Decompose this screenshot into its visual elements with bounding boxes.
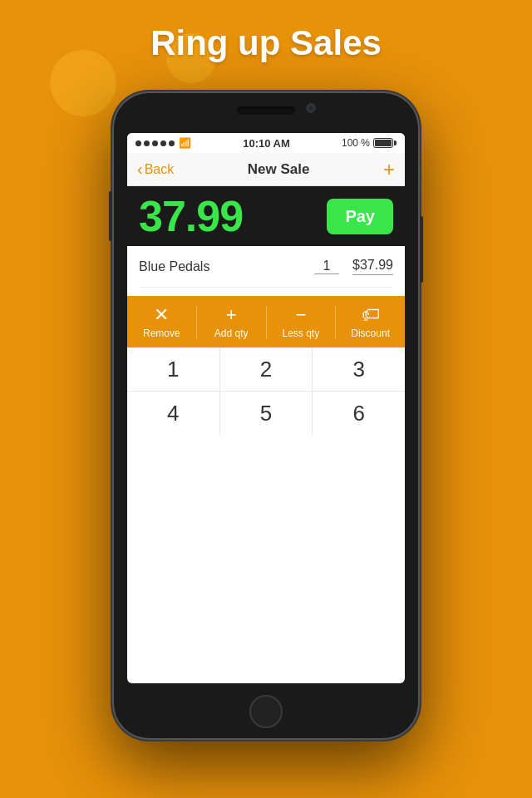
phone-screen: 📶 10:10 AM 100 % ‹ Back New Sale + [127,133,405,683]
signal-dot-5 [169,140,175,146]
action-row: ✕ Remove + Add qty − Less qty 🏷 Discount [127,296,405,347]
battery-area: 100 % [342,137,397,149]
add-qty-label: Add qty [214,328,249,339]
line-item: Blue Pedals 1 $37.99 [139,246,393,288]
remove-label: Remove [143,328,180,339]
signal-dot-1 [135,140,141,146]
signal-dot-4 [160,140,166,146]
discount-label: Discount [351,328,390,339]
key-1[interactable]: 1 [127,347,219,391]
nav-bar: ‹ Back New Sale + [127,153,405,186]
nav-title: New Sale [248,161,310,178]
key-4[interactable]: 4 [127,392,219,435]
numpad: 1 2 3 4 5 6 [127,347,405,435]
add-button[interactable]: + [383,160,395,180]
amount-bar: 37.99 Pay [127,186,405,246]
status-bar: 📶 10:10 AM 100 % [127,133,405,153]
back-arrow-icon: ‹ [137,160,143,179]
pay-button[interactable]: Pay [327,199,393,234]
less-qty-label: Less qty [283,328,320,339]
back-label: Back [145,162,175,177]
battery-tip [394,140,397,145]
page-title: Ring up Sales [0,23,532,63]
sale-amount: 37.99 [139,195,243,238]
discount-button[interactable]: 🏷 Discount [336,303,405,342]
remove-icon: ✕ [154,306,169,324]
line-items-list: Blue Pedals 1 $37.99 [127,246,405,296]
speaker-grille [237,106,295,115]
battery-icon [373,138,397,148]
battery-fill [375,140,392,146]
item-name: Blue Pedals [139,259,314,274]
discount-tag-icon: 🏷 [362,306,380,324]
back-button[interactable]: ‹ Back [137,160,174,179]
item-qty: 1 [314,259,339,274]
item-price: $37.99 [352,258,393,275]
key-2[interactable]: 2 [220,347,313,391]
add-qty-button[interactable]: + Add qty [197,303,266,342]
key-6[interactable]: 6 [313,392,405,435]
signal-area: 📶 [135,137,191,149]
camera-dot [306,103,316,113]
home-button[interactable] [249,695,283,728]
signal-dot-2 [144,140,150,146]
battery-percent: 100 % [342,137,370,149]
signal-dot-3 [152,140,158,146]
phone-shell: 📶 10:10 AM 100 % ‹ Back New Sale + [112,91,420,740]
add-qty-icon: + [226,306,237,324]
key-5[interactable]: 5 [220,392,313,435]
battery-body [373,138,393,148]
wifi-icon: 📶 [179,137,191,149]
less-qty-button[interactable]: − Less qty [267,303,336,342]
key-3[interactable]: 3 [313,347,405,391]
status-time: 10:10 AM [243,137,290,150]
remove-button[interactable]: ✕ Remove [127,303,196,342]
less-qty-icon: − [295,306,306,324]
